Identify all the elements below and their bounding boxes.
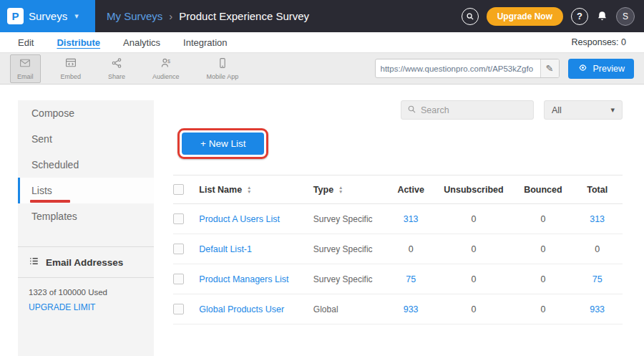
list-name-link[interactable]: Default List-1: [199, 244, 252, 254]
table-row: Product A Users List Survey Specific 313…: [173, 204, 623, 234]
unsubscribed-count: 0: [433, 204, 514, 234]
column-header-type[interactable]: Type ▲▼: [313, 185, 389, 195]
channel-label: Mobile App: [207, 73, 239, 80]
main-nav-tabs: Edit Distribute Analytics Integration Re…: [0, 32, 644, 53]
column-header-list-name[interactable]: List Name ▲▼: [199, 185, 313, 195]
breadcrumb-my-surveys[interactable]: My Surveys: [107, 10, 162, 22]
list-name-link[interactable]: Product Managers List: [199, 274, 288, 284]
unsubscribed-count: 0: [433, 234, 514, 264]
column-header-active[interactable]: Active: [389, 175, 434, 204]
channel-email[interactable]: Email: [10, 54, 41, 83]
bounced-count: 0: [514, 294, 572, 324]
breadcrumb-current: Product Experience Survey: [179, 10, 309, 22]
select-all-checkbox[interactable]: [173, 184, 184, 195]
edit-url-pencil-icon[interactable]: ✎: [540, 59, 559, 77]
row-checkbox[interactable]: [173, 213, 184, 224]
email-sidebar: Compose Sent Scheduled Lists Templates E…: [18, 100, 154, 356]
list-lines-icon: [29, 256, 39, 269]
responses-count[interactable]: Responses: 0: [572, 37, 626, 47]
lists-panel: All ▾ + New List List Name ▲▼: [154, 100, 623, 356]
eye-icon: [577, 64, 588, 74]
sidebar-item-compose[interactable]: Compose: [18, 100, 154, 126]
sidebar-item-scheduled[interactable]: Scheduled: [18, 152, 154, 178]
channel-label: Share: [108, 73, 125, 80]
row-checkbox[interactable]: [173, 304, 184, 314]
email-lists-table: List Name ▲▼ Type ▲▼ Active Unsubscribed…: [173, 175, 623, 324]
search-icon: [407, 104, 416, 117]
column-header-total[interactable]: Total: [572, 175, 623, 204]
list-name-link[interactable]: Global Products User: [199, 304, 284, 314]
list-type: Survey Specific: [313, 234, 389, 264]
upgrade-now-button[interactable]: Upgrade Now: [487, 7, 563, 26]
product-switcher[interactable]: P Surveys ▾: [0, 0, 95, 32]
sidebar-item-label: Lists: [31, 185, 52, 196]
sort-icon[interactable]: ▲▼: [247, 186, 251, 194]
list-type: Survey Specific: [313, 264, 389, 294]
header-label: Type: [313, 185, 333, 195]
tab-edit[interactable]: Edit: [18, 37, 34, 48]
preview-button[interactable]: Preview: [568, 59, 634, 79]
total-count[interactable]: 933: [572, 294, 623, 324]
tab-analytics[interactable]: Analytics: [123, 37, 160, 48]
breadcrumb: My Surveys › Product Experience Survey: [107, 10, 309, 22]
tab-integration[interactable]: Integration: [183, 37, 227, 48]
table-row: Product Managers List Survey Specific 75…: [173, 264, 623, 294]
channel-embed[interactable]: Embed: [54, 54, 89, 83]
channel-audience[interactable]: $ Audience: [145, 54, 187, 83]
column-header-unsubscribed[interactable]: Unsubscribed: [433, 175, 514, 204]
annotation-red-underline: [30, 200, 70, 203]
chevron-down-icon: ▾: [610, 105, 615, 115]
total-count[interactable]: 75: [572, 264, 623, 294]
sidebar-item-templates[interactable]: Templates: [18, 203, 154, 229]
table-row: Default List-1 Survey Specific 0 0 0 0: [173, 234, 623, 264]
annotation-red-box: + New List: [177, 128, 268, 159]
active-count[interactable]: 313: [389, 204, 434, 234]
bounced-count: 0: [514, 234, 572, 264]
list-search-field: [401, 100, 534, 120]
sort-icon[interactable]: ▲▼: [338, 186, 343, 194]
tab-distribute[interactable]: Distribute: [57, 37, 100, 48]
column-header-bounced[interactable]: Bounced: [514, 175, 572, 204]
email-usage-count: 1323 of 100000 Used: [18, 278, 154, 299]
preview-label: Preview: [593, 64, 625, 74]
new-list-button[interactable]: + New List: [182, 133, 264, 155]
questionpro-logo: P: [7, 8, 24, 24]
share-icon: [111, 57, 122, 72]
help-icon[interactable]: ?: [571, 8, 588, 25]
sidebar-item-lists[interactable]: Lists: [18, 178, 154, 203]
list-name-link[interactable]: Product A Users List: [199, 214, 280, 224]
breadcrumb-separator-icon: ›: [169, 10, 172, 22]
channel-label: Audience: [152, 73, 180, 80]
total-count[interactable]: 313: [572, 204, 623, 234]
sidebar-item-sent[interactable]: Sent: [18, 126, 154, 152]
active-count[interactable]: 933: [389, 294, 434, 324]
search-icon[interactable]: [462, 8, 479, 25]
total-count[interactable]: 0: [572, 234, 623, 264]
channel-share[interactable]: Share: [101, 54, 132, 83]
channel-mobile-app[interactable]: Mobile App: [200, 54, 246, 83]
active-count[interactable]: 0: [389, 234, 434, 264]
unsubscribed-count: 0: [433, 264, 514, 294]
audience-icon: $: [160, 57, 172, 72]
user-avatar[interactable]: S: [616, 7, 635, 26]
row-checkbox[interactable]: [173, 244, 184, 254]
channel-list: Email Embed Share $ Audience Mobile App: [10, 54, 245, 83]
new-list-row: + New List: [173, 128, 623, 159]
mobile-app-icon: [217, 57, 228, 72]
distribute-toolbar: Email Embed Share $ Audience Mobile App: [0, 53, 644, 85]
email-icon: [19, 57, 31, 72]
channel-label: Email: [17, 73, 34, 80]
search-input[interactable]: [421, 105, 536, 115]
list-type-filter[interactable]: All ▾: [544, 100, 623, 120]
unsubscribed-count: 0: [433, 294, 514, 324]
table-row: Global Products User Global 933 0 0 933: [173, 294, 623, 324]
embed-icon: [65, 57, 77, 72]
filter-selected-value: All: [552, 105, 562, 115]
upgrade-limit-link[interactable]: UPGRADE LIMIT: [18, 299, 154, 316]
notifications-bell-icon[interactable]: [596, 10, 608, 22]
active-count[interactable]: 75: [389, 264, 434, 294]
header-label: List Name: [199, 185, 242, 195]
svg-text:$: $: [167, 58, 170, 64]
row-checkbox[interactable]: [173, 274, 184, 284]
survey-url-input[interactable]: [376, 64, 540, 73]
